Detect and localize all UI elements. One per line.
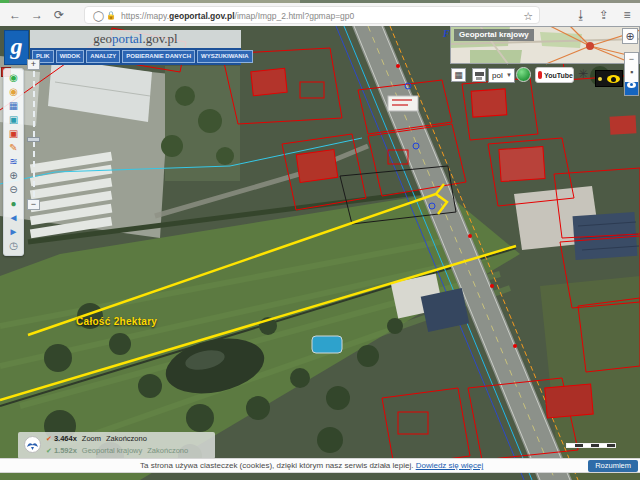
youtube-button[interactable]: YouTube <box>535 67 574 83</box>
zoom-track[interactable] <box>33 71 35 197</box>
scale-bar <box>566 443 616 448</box>
printer-icon[interactable] <box>472 68 486 82</box>
status-rows: ✔3.464xZoomZakończono✔1.592xGeoportal kr… <box>46 433 188 457</box>
eagle-emblem-icon <box>24 436 41 453</box>
menu-bar: PLIKWIDOKANALIZYPOBIERANIE DANYCHWYSZUKI… <box>30 48 241 65</box>
grid-icon[interactable]: ▦ <box>451 68 466 82</box>
full-extent-icon[interactable]: ● <box>4 197 23 211</box>
parcel-annotation: Całość 2hektary <box>76 316 157 327</box>
shield-icon[interactable]: ◯ <box>93 8 104 24</box>
wheel-icon[interactable]: ✳ <box>576 67 590 81</box>
menu-item-pobieranie-danych[interactable]: POBIERANIE DANYCH <box>122 50 195 63</box>
map-viewport[interactable]: Całość 2hektary F g geoportal.gov.pl PLI… <box>0 26 640 480</box>
check-icon: ✔ <box>46 435 52 442</box>
geoportal-logo[interactable]: g <box>4 30 29 65</box>
blue-eye-button[interactable] <box>625 82 638 95</box>
browser-toolbar: ← → ⟳ ◯ 🔒 https://mapy.geoportal.gov.pl/… <box>0 3 640 27</box>
download-icon[interactable]: ⭳ <box>572 6 590 24</box>
zoom-in-button[interactable]: + <box>27 59 40 70</box>
url-text[interactable]: https://mapy.geoportal.gov.pl/imap/Imgp_… <box>121 9 354 23</box>
select-area-icon[interactable]: ▣ <box>4 113 23 127</box>
forward-icon[interactable]: → <box>28 6 46 24</box>
chevron-down-icon: ▼ <box>506 69 512 82</box>
youtube-play-icon <box>538 71 542 79</box>
draw-icon[interactable]: ✎ <box>4 141 23 155</box>
url-bar[interactable]: ◯ 🔒 https://mapy.geoportal.gov.pl/imap/I… <box>84 6 540 24</box>
zoom-handle[interactable] <box>27 137 40 142</box>
zoom-out-button[interactable]: − <box>27 199 40 210</box>
green-globe-button[interactable] <box>516 67 531 82</box>
loading-status-panel: ✔3.464xZoomZakończono✔1.592xGeoportal kr… <box>18 432 215 459</box>
lock-icon[interactable]: 🔒 <box>106 8 116 24</box>
next-view-icon[interactable]: ► <box>4 225 23 239</box>
cookie-message: Ta strona używa ciasteczek (cookies), dz… <box>140 461 483 470</box>
identify-icon[interactable]: ◉ <box>4 71 23 85</box>
globe-orange-icon[interactable]: ◉ <box>4 85 23 99</box>
overview-label: Geoportal krajowy <box>454 29 534 41</box>
map-letter-label: F <box>443 28 450 39</box>
prev-view-icon[interactable]: ◄ <box>4 211 23 225</box>
status-row: ✔1.592xGeoportal krajowyZakończono <box>46 445 188 457</box>
check-icon: ✔ <box>46 447 52 454</box>
overview-map[interactable]: Geoportal krajowy <box>450 26 640 64</box>
language-select[interactable]: pol▼ <box>488 68 515 83</box>
status-row: ✔3.464xZoomZakończono <box>46 433 188 445</box>
menu-item-widok[interactable]: WIDOK <box>56 50 85 63</box>
zoom-extent-icon[interactable]: ▣ <box>4 127 23 141</box>
menu-item-analizy[interactable]: ANALIZY <box>86 50 120 63</box>
dim-dot-icon <box>598 77 602 81</box>
zoom-out-icon[interactable]: ⊖ <box>4 183 23 197</box>
tools-sidebar: ◉◉▦▣▣✎≋⊕⊖●◄►◷ <box>3 68 24 256</box>
history-icon[interactable]: ◷ <box>4 239 23 253</box>
right-panel: − ▪ <box>624 52 639 96</box>
reload-icon[interactable]: ⟳ <box>50 6 68 24</box>
back-icon[interactable]: ← <box>6 6 24 24</box>
bookmark-star-icon[interactable]: ☆ <box>523 8 533 24</box>
layers-icon[interactable]: ▦ <box>4 99 23 113</box>
eye-icon <box>607 75 620 83</box>
visibility-toggle[interactable] <box>595 70 623 87</box>
browser-window: ← → ⟳ ◯ 🔒 https://mapy.geoportal.gov.pl/… <box>0 0 640 480</box>
cookie-banner: Ta strona używa ciasteczek (cookies), dz… <box>0 458 640 473</box>
xml-icon[interactable]: ≋ <box>4 155 23 169</box>
site-title: geoportal.gov.pl <box>30 30 241 48</box>
collapse-icon[interactable]: − <box>625 53 638 66</box>
cookie-accept-button[interactable]: Rozumiem <box>588 460 638 472</box>
magnifier-button[interactable]: ⊕ <box>622 28 638 44</box>
cookie-learn-more-link[interactable]: Dowiedz się więcej <box>416 461 484 470</box>
menu-item-wyszukiwania[interactable]: WYSZUKIWANIA <box>197 50 253 63</box>
share-icon[interactable]: ⇪ <box>595 6 613 24</box>
eye-icon <box>627 82 636 88</box>
mid-icon[interactable]: ▪ <box>625 66 638 79</box>
zoom-in-icon[interactable]: ⊕ <box>4 169 23 183</box>
aerial-map <box>0 26 640 480</box>
app-menu-icon[interactable]: ≡ <box>618 6 636 24</box>
